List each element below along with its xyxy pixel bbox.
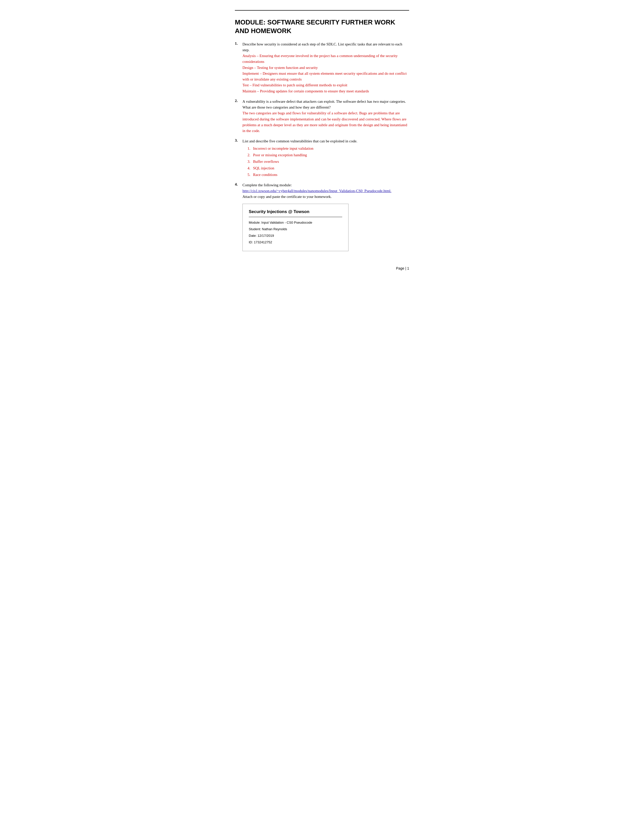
sub-item-5: Race conditions (253, 173, 277, 177)
cert-title: Security Injections @ Towson (249, 209, 342, 215)
cert-id: ID: 1732412752 (249, 240, 342, 245)
q1-body: Describe how security is considered at e… (242, 42, 409, 94)
list-item: 5.Race conditions (248, 172, 409, 178)
list-item: 3.Buffer overflows (248, 159, 409, 165)
q2-prompt: A vulnerability is a software defect tha… (242, 100, 406, 109)
q4-number: 4. (235, 182, 238, 187)
list-item: 4.SQL injection (248, 165, 409, 171)
sub-item-4: SQL injection (253, 166, 274, 170)
q3-prompt: List and describe five common vulnerabil… (242, 139, 357, 143)
q3-number: 3. (235, 138, 238, 143)
question-2: 2. A vulnerability is a software defect … (235, 99, 409, 134)
q1-answer-line-3: Implement – Designers must ensure that a… (242, 71, 407, 81)
q1-number: 1. (235, 42, 238, 46)
list-item: 2.Poor or missing exception handling (248, 152, 409, 158)
question-1: 1. Describe how security is considered a… (235, 42, 409, 94)
cert-module: Module: Input Validation - CS0 Pseudocod… (249, 220, 342, 225)
q4-prompt: Complete the following module: (242, 183, 292, 187)
q1-prompt: Describe how security is considered at e… (242, 42, 402, 52)
q4-follow-up: Attach or copy and paste the certificate… (242, 195, 332, 199)
certificate-box: Security Injections @ Towson Module: Inp… (242, 204, 349, 251)
top-border (235, 10, 409, 11)
q2-number: 2. (235, 99, 238, 103)
sub-item-2: Poor or missing exception handling (253, 153, 307, 157)
q2-body: A vulnerability is a software defect tha… (242, 99, 409, 134)
q1-answer-line-1: Analysis – Ensuring that everyone involv… (242, 54, 398, 64)
q1-answer-line-4: Test – Find vulnerabilities to patch usi… (242, 83, 347, 87)
q3-sub-list: 1.Incorrect or incomplete input validati… (242, 145, 409, 178)
q4-body: Complete the following module: http://ci… (242, 182, 409, 251)
cert-date: Date: 12/17/2019 (249, 233, 342, 238)
main-question-list: 1. Describe how security is considered a… (235, 42, 409, 251)
q1-answer-line-5: Maintain – Providing updates for certain… (242, 89, 369, 93)
q1-answer-line-2: Design – Testing for system function and… (242, 66, 318, 70)
list-item: 1.Incorrect or incomplete input validati… (248, 145, 409, 151)
sub-item-1: Incorrect or incomplete input validation (253, 146, 313, 150)
q3-body: List and describe five common vulnerabil… (242, 138, 409, 177)
question-3: 3. List and describe five common vulnera… (235, 138, 409, 177)
page-title: MODULE: SOFTWARE SECURITY FURTHER WORK A… (235, 18, 409, 35)
q2-answer: The two categories are bugs and flows fo… (242, 111, 407, 133)
cert-student: Student: Nathan Reynolds (249, 227, 342, 232)
q4-link[interactable]: http://cis1.towson.edu/~cyber4all/module… (242, 189, 391, 193)
question-4: 4. Complete the following module: http:/… (235, 182, 409, 251)
page-footer: Page | 1 (235, 266, 409, 270)
sub-item-3: Buffer overflows (253, 159, 279, 164)
